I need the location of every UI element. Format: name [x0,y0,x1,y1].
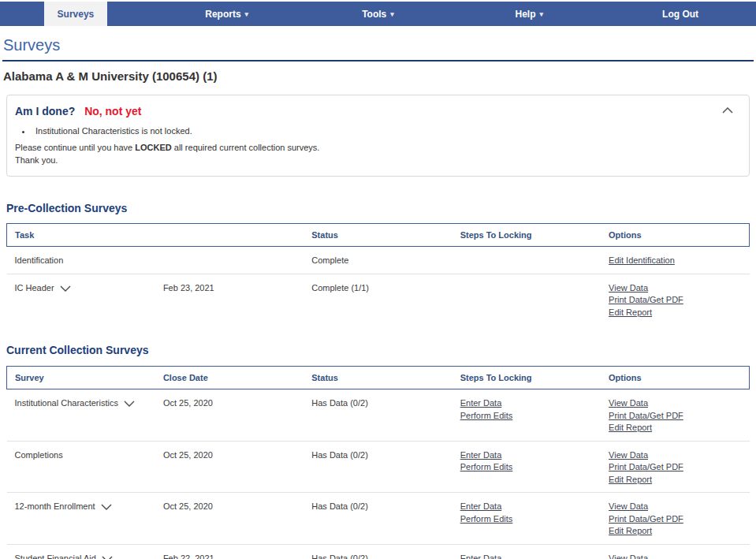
col-options: Options [601,224,749,247]
survey-cell: 12-month Enrollment [7,493,155,545]
menu-tools[interactable]: Tools ▾ [303,2,454,26]
top-navbar: Surveys Reports ▾ Tools ▾ Help ▾ Log Out [0,2,756,26]
chevron-down-icon[interactable] [124,401,135,407]
steps-cell [452,274,601,325]
alert-instruction: Please continue until you have LOCKED al… [15,142,717,155]
col-survey: Survey [7,367,155,389]
view-data-link[interactable]: View Data [609,501,648,513]
view-data-link[interactable]: View Data [609,449,648,462]
task-cell: IC Header [7,274,155,325]
status-cell: Has Data (0/2) [304,389,452,442]
alert-bullet: Institutional Characteristics is not loc… [32,125,717,137]
col-steps: Steps To Locking [452,367,601,389]
print-data-link[interactable]: Print Data/Get PDF [609,461,683,474]
status-cell: Has Data (0/2) [304,544,452,559]
chevron-down-icon[interactable] [102,556,113,559]
col-status: Status [304,224,452,247]
edit-report-link[interactable]: Edit Report [609,474,652,486]
edit-identification-link[interactable]: Edit Identification [609,255,675,267]
date-cell: Oct 25, 2020 [155,389,304,442]
options-cell: Edit Identification [601,247,749,274]
steps-cell: Enter Data Perform Edits [452,389,601,442]
col-close-date: Close Date [155,367,304,389]
options-cell: View Data Print Data/Get PDF Edit Report [601,544,749,559]
alert-title: Am I done? No, not yet [15,105,717,117]
menu-help[interactable]: Help ▾ [453,2,605,26]
status-cell: Has Data (0/2) [304,441,452,493]
page-title: Surveys [3,36,756,54]
alert-thanks: Thank you. [15,155,717,167]
col-status: Status [304,367,452,389]
table-header-row: Task Status Steps To Locking Options [7,224,750,247]
print-data-link[interactable]: Print Data/Get PDF [609,513,683,526]
perform-edits-link[interactable]: Perform Edits [460,461,513,474]
caret-down-icon: ▾ [540,10,544,18]
col-options: Options [601,367,749,389]
caret-down-icon: ▾ [245,10,249,18]
date-cell [155,247,304,274]
tab-surveys-label: Surveys [44,2,108,26]
survey-cell: Completions [7,441,155,493]
options-cell: View Data Print Data/Get PDF Edit Report [601,274,749,325]
chevron-up-icon[interactable] [721,105,735,116]
enter-data-link[interactable]: Enter Data [460,553,502,559]
col-steps: Steps To Locking [452,224,601,247]
chevron-down-icon[interactable] [101,504,112,510]
alert-answer: No, not yet [84,105,141,117]
view-data-link[interactable]: View Data [609,397,648,410]
perform-edits-link[interactable]: Perform Edits [460,410,513,423]
edit-report-link[interactable]: Edit Report [609,525,652,538]
status-cell: Complete [304,247,452,274]
enter-data-link[interactable]: Enter Data [460,501,502,513]
table-row: Completions Oct 25, 2020 Has Data (0/2) … [7,441,750,493]
enter-data-link[interactable]: Enter Data [460,449,502,462]
print-data-link[interactable]: Print Data/Get PDF [609,410,683,423]
options-cell: View Data Print Data/Get PDF Edit Report [601,493,749,545]
col-task: Task [7,224,155,247]
view-data-link[interactable]: View Data [609,282,648,295]
alert-bullet-list: Institutional Characteristics is not loc… [32,125,717,137]
print-data-link[interactable]: Print Data/Get PDF [609,294,683,307]
table-row: Identification Complete Edit Identificat… [7,247,750,274]
table-row: IC Header Feb 23, 2021 Complete (1/1) Vi… [7,274,750,325]
institution-heading: Alabama A & M University (100654) (1) [3,69,756,83]
options-cell: View Data Print Data/Get PDF Edit Report [601,389,749,442]
steps-cell: Enter Data Perform Edits [452,493,601,545]
survey-cell: Student Financial Aid [7,544,155,559]
date-cell: Oct 25, 2020 [155,441,304,493]
chevron-down-icon[interactable] [60,285,71,292]
date-cell: Oct 25, 2020 [155,493,304,545]
caret-down-icon: ▾ [390,10,394,18]
current-collection-heading: Current Collection Surveys [6,344,756,356]
col-date [155,224,304,247]
task-cell: Identification [7,247,155,274]
current-collection-table: Survey Close Date Status Steps To Lockin… [6,366,750,559]
table-row: Student Financial Aid Feb 22, 2021 Has D… [7,544,750,559]
edit-report-link[interactable]: Edit Report [609,422,652,434]
logout-button[interactable]: Log Out [605,2,756,26]
perform-edits-link[interactable]: Perform Edits [460,513,513,526]
table-row: 12-month Enrollment Oct 25, 2020 Has Dat… [7,493,750,545]
alert-question: Am I done? [15,105,75,117]
steps-cell: Enter Data Perform Edits [452,441,601,493]
edit-report-link[interactable]: Edit Report [609,307,652,319]
date-cell: Feb 22, 2021 [155,544,304,559]
am-i-done-panel: Am I done? No, not yet Institutional Cha… [6,95,750,177]
date-cell: Feb 23, 2021 [155,274,304,325]
pre-collection-table: Task Status Steps To Locking Options Ide… [6,223,750,325]
status-cell: Complete (1/1) [304,274,452,325]
steps-cell: Enter Data Perform Edits [452,544,601,559]
enter-data-link[interactable]: Enter Data [460,397,502,410]
table-header-row: Survey Close Date Status Steps To Lockin… [7,367,750,389]
view-data-link[interactable]: View Data [609,553,648,559]
survey-cell: Institutional Characteristics [7,389,155,442]
tab-surveys[interactable]: Surveys [0,2,151,26]
menu-reports[interactable]: Reports ▾ [151,2,303,26]
status-cell: Has Data (0/2) [304,493,452,545]
table-row: Institutional Characteristics Oct 25, 20… [7,389,750,442]
pre-collection-heading: Pre-Collection Surveys [6,202,756,214]
steps-cell [452,247,601,274]
title-divider [2,60,754,61]
options-cell: View Data Print Data/Get PDF Edit Report [601,441,749,493]
